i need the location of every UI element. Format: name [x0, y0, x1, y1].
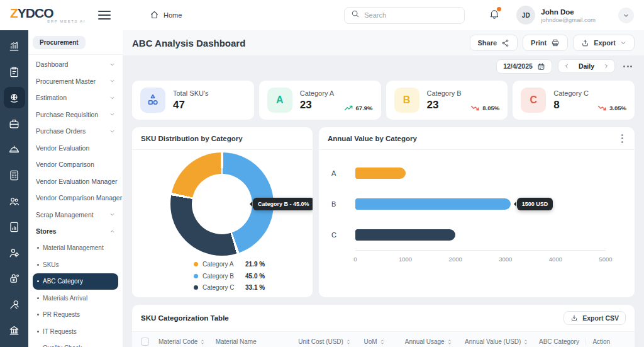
sidebar-menu: Procurement DashboardProcurement MasterE… — [28, 30, 123, 347]
letter-b-icon: B — [394, 88, 419, 113]
sidebar-subitem-skus[interactable]: SKUs — [33, 256, 118, 273]
kpi-label: Total SKU's — [173, 89, 246, 97]
sidebar-item-scrap-management[interactable]: Scrap Management — [33, 207, 118, 224]
column-header-unit-cost-usd-[interactable]: Unit Cost (USD) — [298, 338, 364, 345]
export-csv-button[interactable]: Export CSV — [564, 311, 626, 325]
page-title: ABC Analysis Dashboard — [132, 38, 245, 48]
chevron-down-icon — [109, 111, 115, 117]
sidebar-subitem-pr-requests[interactable]: PR Requests — [33, 307, 118, 324]
user-settings-icon[interactable] — [4, 242, 25, 263]
sidebar-subitem-abc-category[interactable]: ABC Category — [33, 273, 118, 290]
legend-item-category-a: Category A21.9 % — [194, 261, 265, 268]
chevron-down-icon — [620, 40, 626, 46]
security-icon[interactable] — [4, 268, 25, 289]
bar-chart[interactable]: AB1500 USDC010002000300040005000 — [319, 150, 635, 266]
sidebar-item-procurement-master[interactable]: Procurement Master — [33, 73, 118, 90]
notification-badge-dot — [497, 7, 501, 11]
kpi-card-total-sku-s: Total SKU's47 — [132, 81, 254, 120]
table-title: SKU Categorization Table — [141, 314, 229, 322]
kpi-value: 47 — [173, 99, 185, 111]
chevron-up-icon — [109, 229, 115, 234]
sort-icon — [447, 339, 452, 345]
kpi-card-category-a: ACategory A2367.9% — [259, 81, 381, 120]
sidebar-item-vendor-comparison[interactable]: Vendor Comparison — [33, 156, 118, 173]
share-button[interactable]: Share — [470, 35, 518, 51]
print-button[interactable]: Print — [523, 35, 568, 51]
card-menu-button[interactable] — [619, 132, 626, 145]
chevron-left-icon — [564, 63, 570, 69]
storage-icon[interactable] — [4, 113, 25, 134]
sidebar-subitem-quality-check[interactable]: Quality Check — [33, 340, 118, 347]
bar-tooltip: 1500 USD — [517, 198, 553, 210]
clipboard-icon[interactable] — [4, 61, 25, 82]
sort-icon — [200, 339, 205, 345]
ledger-icon[interactable] — [4, 164, 25, 186]
more-options-button[interactable] — [621, 62, 635, 71]
sidebar-item-stores[interactable]: Stores — [33, 223, 118, 240]
letter-a-icon: A — [267, 88, 292, 113]
topbar: ZYDCO ERP MEETS AI Home JD John Doe john… — [0, 0, 644, 30]
user-menu[interactable]: JD John Doe johndoe@gmail.com — [516, 6, 596, 25]
report-icon[interactable] — [4, 216, 25, 237]
divider — [28, 54, 123, 55]
notifications-button[interactable] — [489, 8, 500, 22]
sort-icon — [523, 339, 528, 345]
column-header-annual-usage[interactable]: Annual Usage — [405, 338, 465, 345]
previous-period-button[interactable] — [562, 62, 571, 71]
chevron-down-icon — [109, 128, 115, 134]
column-header-material-code[interactable]: Material Code — [158, 338, 216, 345]
sidebar-item-vendor-evaluation[interactable]: Vendor Evaluation — [33, 140, 118, 157]
tools-icon[interactable] — [4, 293, 25, 315]
bar-a[interactable] — [355, 168, 406, 179]
period-label: Daily — [579, 62, 594, 70]
user-dropdown-button[interactable] — [618, 8, 634, 23]
sourcing-icon[interactable] — [4, 87, 25, 108]
next-period-button[interactable] — [602, 62, 611, 71]
bar-row-a: A — [331, 157, 606, 188]
sidebar-item-vendor-comparison-manager[interactable]: Vendor Comparison Manager — [33, 190, 118, 207]
growth-chart-icon[interactable] — [4, 35, 25, 57]
sidebar-subitem-it-requests[interactable]: IT Requests — [33, 323, 118, 340]
avatar: JD — [516, 6, 535, 25]
column-header-action: Action — [586, 338, 626, 345]
bar-chart-title: Annual Value by Category — [328, 135, 417, 142]
export-button[interactable]: Export — [573, 35, 635, 51]
shapes-icon — [140, 88, 165, 113]
column-header-annual-value-usd-[interactable]: Annual Value (USD) — [465, 338, 539, 345]
search-input[interactable] — [364, 11, 446, 19]
home-link[interactable]: Home — [150, 10, 182, 21]
bar-c[interactable] — [355, 229, 455, 241]
chevron-down-icon — [109, 78, 115, 84]
sidebar-item-estimation[interactable]: Estimation — [33, 89, 118, 106]
bank-icon[interactable] — [4, 319, 25, 341]
date-picker-button[interactable]: 12/4/2025 — [496, 59, 552, 74]
main-content: ABC Analysis Dashboard Share Print Expor… — [123, 30, 644, 347]
select-all-checkbox[interactable] — [141, 338, 149, 346]
chevron-down-icon — [109, 95, 115, 101]
module-chip[interactable]: Procurement — [33, 36, 86, 49]
column-header-uom[interactable]: UoM — [364, 338, 405, 345]
sidebar-subitem-materials-arrival[interactable]: Materials Arrival — [33, 290, 118, 307]
chevron-down-icon — [109, 212, 115, 217]
sidebar-item-dashboard[interactable]: Dashboard — [33, 56, 118, 73]
sku-distribution-card: SKU Distribution by Category Category B … — [132, 127, 313, 297]
search-box[interactable] — [344, 7, 465, 24]
sidebar-icon-rail — [0, 30, 28, 347]
legend-dot — [194, 274, 198, 278]
engineer-helmet-icon[interactable] — [4, 139, 25, 160]
sidebar-item-purchase-orders[interactable]: Purchase Orders — [33, 123, 118, 140]
sidebar-item-purchase-requisition[interactable]: Purchase Requisition — [33, 106, 118, 123]
x-axis: 010002000300040005000 — [355, 250, 606, 266]
download-icon — [570, 314, 578, 322]
hamburger-menu-icon[interactable] — [98, 11, 111, 20]
sidebar-item-vendor-evaluation-manager[interactable]: Vendor Evaluation Manager — [33, 173, 118, 190]
bar-b[interactable] — [355, 198, 511, 210]
table-header-row: Material CodeMaterial NameUnit Cost (USD… — [132, 331, 635, 347]
letter-c-icon: C — [521, 88, 546, 113]
team-icon[interactable] — [4, 190, 25, 212]
kpi-card-category-c: CCategory C83.05% — [513, 81, 635, 120]
user-email: johndoe@gmail.com — [541, 16, 596, 23]
legend-item-category-b: Category B45.0 % — [194, 273, 265, 280]
trend-down-icon — [597, 105, 607, 111]
sidebar-subitem-material-management[interactable]: Material Management — [33, 240, 118, 257]
